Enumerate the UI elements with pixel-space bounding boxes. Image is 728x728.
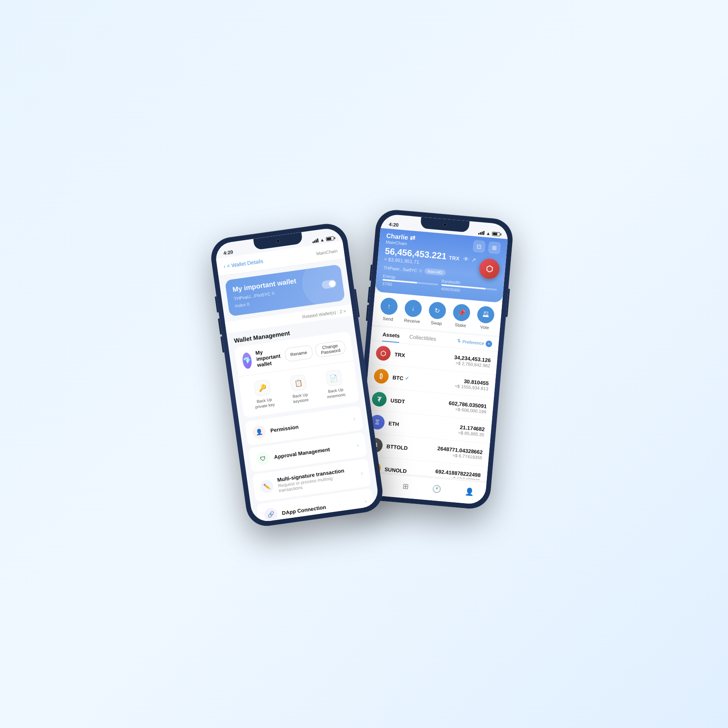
backup-mnemonic[interactable]: 📄 Back Upmnemonic <box>324 369 346 400</box>
camera-left <box>276 239 280 243</box>
permission-icon: 👤 <box>252 425 267 439</box>
nav-collections[interactable]: ⊞ <box>402 481 409 491</box>
swap-label: Swap <box>431 320 442 326</box>
wallet-action-buttons: Rename Change Password <box>284 340 346 362</box>
multisig-chevron: › <box>360 470 364 477</box>
stake-action[interactable]: 📌 Stake <box>452 303 471 328</box>
eth-values: 21.174682 ≈$ 85,885.35 <box>458 424 485 437</box>
multisig-icon: ✏️ <box>260 479 274 494</box>
tab-assets[interactable]: Assets <box>377 327 405 343</box>
eye-icon[interactable]: 👁 <box>463 256 469 262</box>
preference-btn[interactable]: ⇅ Preference + <box>457 338 493 347</box>
permission-label: Permission <box>270 417 349 434</box>
vote-action[interactable]: 🗳 Vote <box>476 305 495 330</box>
backup-keystore[interactable]: 📋 Back Upkeystore <box>290 374 309 404</box>
trx-logo-icon: ⬡ <box>375 345 391 361</box>
send-icon: ↑ <box>380 297 398 316</box>
usdt-logo-icon: ₮ <box>371 392 387 407</box>
approval-chevron: › <box>356 441 360 449</box>
btc-logo-icon: ₿ <box>373 368 389 384</box>
backup-mnemonic-label: Back Upmnemonic <box>326 387 346 400</box>
camera-right <box>443 222 447 227</box>
backup-key-label: Back Upprivate key <box>254 396 275 409</box>
receive-action[interactable]: ↓ Receive <box>404 299 423 324</box>
bttold-name: BTTOLD <box>386 443 438 454</box>
usdt-name: USDT <box>390 397 449 408</box>
approval-icon: 🛡 <box>256 451 270 466</box>
approval-label: Approval Management <box>274 443 353 460</box>
stake-label: Stake <box>455 322 466 328</box>
addr-copy-icon[interactable]: ⎘ <box>419 269 422 273</box>
header-icons: ⊡ ⊞ <box>473 239 501 254</box>
backup-keystore-label: Back Upkeystore <box>292 392 309 404</box>
time-left: 4:20 <box>223 249 233 256</box>
stake-icon: 📌 <box>453 303 471 322</box>
vote-icon: 🗳 <box>476 305 495 324</box>
permission-chevron: › <box>353 415 356 423</box>
usdt-values: 602,786.035091 ≈$ 606,000.199 <box>448 400 487 414</box>
currency-label: TRX <box>449 255 459 262</box>
rename-button[interactable]: Rename <box>284 345 313 362</box>
add-asset-icon[interactable]: + <box>485 340 492 347</box>
asset-list: ⬡ TRX 34,234,453.126 ≈$ 2,760,842.982 ₿ … <box>359 341 498 481</box>
swap-icon: ↻ <box>428 301 447 320</box>
signal-left <box>312 238 319 243</box>
trx-name: TRX <box>394 351 454 362</box>
wallet-header: Charlie ⇄ MainChain ⊡ ⊞ 56,456,453.221 T… <box>375 228 508 303</box>
battery-right <box>492 232 500 237</box>
nav-collections-icon: ⊞ <box>402 481 409 491</box>
back-button[interactable]: ‹ < Wallet Details <box>223 258 264 270</box>
dapp-icon: 🔗 <box>263 507 278 522</box>
wallet-management-name: My important wallet <box>255 347 282 368</box>
non-hd-badge: Non-HD <box>424 268 446 276</box>
wifi-right: ▲ <box>486 231 491 236</box>
wifi-left: ▲ <box>320 237 324 242</box>
swap-action[interactable]: ↻ Swap <box>427 301 447 326</box>
left-screen: 4:20 ▲ ‹ < W <box>214 226 380 523</box>
trx-values: 34,234,453.126 ≈$ 2,760,842.982 <box>454 354 491 368</box>
right-screen: 4:20 ▲ Ch <box>357 214 509 505</box>
receive-icon: ↓ <box>404 299 423 318</box>
preference-label: Preference <box>462 339 485 346</box>
copy-icon[interactable]: ⎘ <box>272 291 275 296</box>
btc-verified: ✓ <box>405 375 409 381</box>
send-label: Send <box>383 316 394 322</box>
send-action[interactable]: ↑ Send <box>379 297 398 322</box>
scan-icon[interactable]: ⊞ <box>488 241 501 254</box>
vote-label: Vote <box>480 324 489 330</box>
nav-history[interactable]: 🕐 <box>432 484 442 494</box>
battery-left <box>326 236 334 241</box>
time-right: 4:20 <box>389 222 399 228</box>
bttold-values: 2648771.04328662 ≈$ 6.77419355 <box>437 445 483 460</box>
backup-mnemonic-icon: 📄 <box>325 369 343 387</box>
nav-chain-left: MainChain <box>316 248 338 256</box>
btc-name: BTC ✓ <box>392 374 455 385</box>
qr-icon[interactable]: ⊡ <box>473 239 486 253</box>
dapp-label: DApp Connection <box>281 499 360 516</box>
back-label: < Wallet Details <box>226 258 263 269</box>
status-icons-right: ▲ <box>478 230 500 237</box>
left-phone: 4:20 ▲ ‹ < W <box>209 221 385 529</box>
expand-icon[interactable]: ↗ <box>471 256 476 263</box>
nav-history-icon: 🕐 <box>432 484 442 494</box>
backup-private-key[interactable]: 🔑 Back Upprivate key <box>252 379 275 410</box>
eth-name: ETH <box>388 420 459 432</box>
nav-account[interactable]: 👤 <box>464 487 474 497</box>
dapp-chevron: › <box>364 497 368 505</box>
bandwidth-item: Bandwidth 4000/5000 <box>441 279 497 296</box>
btc-values: 30.810455 ≈$ 1555,934.813 <box>455 377 489 391</box>
nav-account-icon: 👤 <box>464 487 474 497</box>
signal-right <box>478 231 485 235</box>
wallet-toggle[interactable] <box>321 279 336 289</box>
change-password-button[interactable]: Change Password <box>314 340 346 358</box>
wallet-addr-text: THPwer...5wtfYC <box>383 265 417 273</box>
wallet-avatar: 💎 <box>241 352 253 369</box>
receive-label: Receive <box>404 318 421 324</box>
backup-key-icon: 🔑 <box>254 379 271 397</box>
energy-item: Energy 37/60 <box>382 274 438 291</box>
preference-icon: ⇅ <box>457 338 461 344</box>
backup-keystore-icon: 📋 <box>290 374 307 392</box>
